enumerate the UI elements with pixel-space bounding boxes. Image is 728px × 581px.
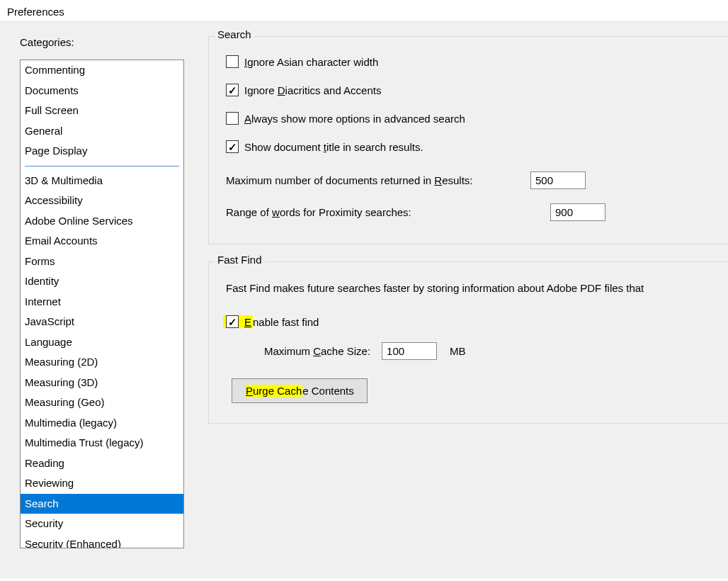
always-show-checkbox[interactable] [226, 112, 239, 125]
category-list[interactable]: CommentingDocumentsFull ScreenGeneralPag… [20, 60, 184, 548]
category-item[interactable]: Multimedia Trust (legacy) [21, 433, 183, 453]
cache-size-input[interactable] [382, 342, 437, 360]
ignore-diacritics-checkbox[interactable] [226, 84, 239, 96]
category-item[interactable]: Measuring (Geo) [21, 393, 183, 413]
category-divider [25, 166, 179, 167]
category-item[interactable]: General [21, 121, 183, 142]
purge-row: Purge Cache Contents [232, 378, 728, 403]
category-item[interactable]: Security (Enhanced) [21, 534, 183, 549]
preferences-body: Categories: CommentingDocumentsFull Scre… [0, 21, 728, 578]
enable-fast-find-label: nable fast find [253, 316, 319, 328]
max-results-row: Maximum number of documents returned in … [226, 171, 728, 189]
fast-find-groupbox: Fast Find Fast Find makes future searche… [208, 261, 728, 424]
category-item[interactable]: Identity [21, 271, 183, 292]
proximity-row: Range of words for Proximity searches: [226, 203, 728, 221]
category-item[interactable]: 3D & Multimedia [21, 171, 183, 191]
category-item[interactable]: Security [21, 514, 183, 534]
category-item[interactable]: Measuring (3D) [21, 373, 183, 393]
purge-cache-button[interactable]: Purge Cache Contents [232, 378, 368, 403]
cache-size-label: Maximum Cache Size: [264, 345, 370, 357]
proximity-input[interactable] [550, 203, 605, 221]
category-item[interactable]: Reviewing [21, 473, 183, 494]
category-item[interactable]: Language [21, 332, 183, 353]
purge-highlight: Purge Cach [245, 385, 302, 397]
categories-panel: Categories: CommentingDocumentsFull Scre… [0, 21, 197, 578]
enable-fast-find-highlight: E [223, 315, 253, 328]
cache-size-row: Maximum Cache Size: MB [264, 342, 728, 360]
category-item[interactable]: Reading [21, 453, 183, 474]
content-panel: Search Ignore Asian character width Igno… [197, 21, 728, 578]
category-item[interactable]: Search [21, 494, 183, 514]
category-item[interactable]: Documents [21, 81, 183, 101]
ignore-asian-label: Ignore Asian character width [244, 56, 378, 68]
window-title: Preferences [0, 0, 728, 21]
max-results-input[interactable] [530, 171, 586, 189]
show-title-checkbox[interactable] [226, 140, 239, 153]
ignore-diacritics-label: Ignore Diacritics and Accents [244, 84, 381, 96]
category-item[interactable]: Internet [21, 292, 183, 312]
fast-find-description: Fast Find makes future searches faster b… [226, 282, 728, 294]
category-item[interactable]: Commenting [21, 60, 183, 81]
fast-find-legend: Fast Find [215, 254, 265, 266]
category-item[interactable]: Accessibility [21, 191, 183, 211]
search-legend: Search [215, 28, 254, 40]
category-item[interactable]: Page Display [21, 141, 183, 162]
enable-fast-find-row[interactable]: E nable fast find [226, 315, 728, 328]
ignore-diacritics-row[interactable]: Ignore Diacritics and Accents [226, 84, 728, 96]
category-item[interactable]: Measuring (2D) [21, 352, 183, 373]
category-item[interactable]: Forms [21, 252, 183, 272]
search-groupbox: Search Ignore Asian character width Igno… [208, 36, 728, 244]
show-title-label: Show document title in search results. [244, 141, 423, 153]
enable-fast-find-label-hl: E [244, 316, 251, 328]
category-item[interactable]: Multimedia (legacy) [21, 413, 183, 434]
always-show-label: Always show more options in advanced sea… [244, 113, 465, 125]
always-show-row[interactable]: Always show more options in advanced sea… [226, 112, 728, 125]
category-item[interactable]: Adobe Online Services [21, 211, 183, 232]
category-item[interactable]: Full Screen [21, 101, 183, 121]
enable-fast-find-checkbox[interactable] [226, 315, 239, 328]
category-item[interactable]: Email Accounts [21, 231, 183, 252]
cache-size-unit: MB [450, 345, 466, 357]
proximity-label: Range of words for Proximity searches: [226, 206, 550, 218]
max-results-label: Maximum number of documents returned in … [226, 174, 530, 186]
ignore-asian-row[interactable]: Ignore Asian character width [226, 55, 728, 68]
show-title-row[interactable]: Show document title in search results. [226, 140, 728, 153]
category-item[interactable]: JavaScript [21, 312, 183, 332]
ignore-asian-checkbox[interactable] [226, 55, 239, 68]
categories-label: Categories: [20, 36, 184, 48]
